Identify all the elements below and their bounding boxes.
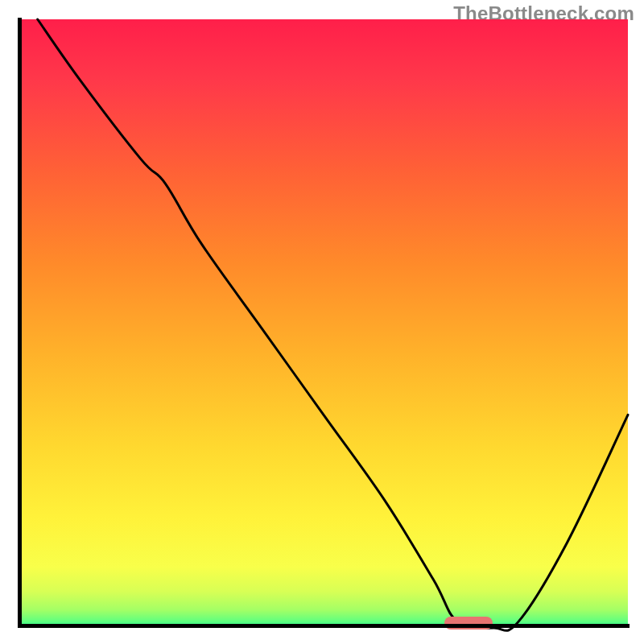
x-axis-line bbox=[18, 624, 630, 628]
chart-container: TheBottleneck.com bbox=[0, 0, 644, 644]
y-axis-line bbox=[18, 18, 22, 628]
axes bbox=[0, 0, 644, 644]
